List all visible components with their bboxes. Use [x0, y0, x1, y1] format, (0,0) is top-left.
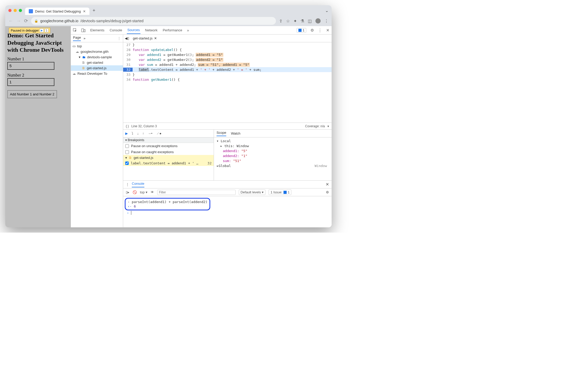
code-editor[interactable]: 27} 28function updateLabel() { 29 var ad…	[123, 42, 332, 123]
close-devtools-icon[interactable]: ✕	[326, 28, 330, 33]
tree-file-html[interactable]: 🗎get-started	[71, 60, 123, 65]
context-selector[interactable]: top ▾	[140, 190, 148, 194]
number2-input[interactable]	[7, 78, 54, 86]
scope-sum: sum: "51"	[214, 158, 332, 163]
more-tabs-icon[interactable]: »	[187, 28, 189, 32]
issues-badge[interactable]: 1	[297, 28, 306, 33]
breakpoints-header[interactable]: ▾ Breakpoints	[123, 137, 214, 143]
close-tab-icon[interactable]: ✕	[83, 9, 86, 13]
drawer-console-tab[interactable]: Console	[132, 182, 144, 187]
tree-top[interactable]: ▭top	[71, 43, 123, 49]
resume-button[interactable]: ▶	[125, 131, 128, 135]
step-icon[interactable]: →•	[148, 131, 152, 135]
issue-icon	[298, 29, 302, 32]
issues-count: 1	[303, 28, 304, 32]
lock-icon: 🔒	[34, 19, 38, 23]
bookmark-icon[interactable]: ☆	[286, 19, 290, 24]
editor-statusbar: { } Line 32, Column 3 Coverage: n/a ▾	[123, 123, 332, 129]
kebab-icon[interactable]: ⋮	[318, 28, 322, 33]
menu-icon[interactable]: ⋮	[324, 19, 328, 24]
close-file-icon[interactable]: ✕	[154, 36, 157, 40]
tab-console[interactable]: Console	[109, 27, 123, 34]
svg-rect-1	[82, 29, 84, 32]
browser-tab[interactable]: Demo: Get Started Debugging ✕	[25, 8, 89, 15]
devtools-panel: Elements Console Sources Network Perform…	[71, 26, 332, 227]
deactivate-breakpoints-icon[interactable]: ⟋●	[156, 131, 162, 135]
forward-button[interactable]: →	[16, 18, 21, 24]
tree-domain[interactable]: ☁googlechrome.gith	[71, 49, 123, 54]
sidepanel-icon[interactable]: ◫	[308, 19, 312, 24]
tree-react[interactable]: ☁React Developer To	[71, 71, 123, 76]
scope-local[interactable]: ▾ Local	[214, 139, 332, 143]
breakpoint-file-row[interactable]: ▾ 🗎 get-started.js	[123, 155, 214, 160]
coverage-menu-icon[interactable]: ▾	[327, 124, 329, 128]
log-levels-selector[interactable]: Default levels ▾	[239, 189, 266, 195]
navigator-menu-icon[interactable]: ⋮	[117, 36, 121, 40]
issues-pill[interactable]: 1 Issue: 1	[269, 189, 291, 195]
tab-network[interactable]: Network	[145, 27, 158, 34]
file-tab[interactable]: get-started.js ✕	[131, 35, 158, 41]
drawer-menu-icon[interactable]: ⋮	[126, 182, 129, 186]
scope-global[interactable]: ▸ GlobalWindow	[214, 163, 332, 168]
minimize-window-button[interactable]	[14, 9, 17, 12]
breakpoint-line-row[interactable]: label.textContent = addend1 + ' …32	[123, 160, 214, 166]
pause-caught-checkbox[interactable]	[125, 150, 129, 154]
tree-file-js[interactable]: 🗎get-started.js	[71, 65, 123, 71]
pretty-print-icon[interactable]: { }	[126, 124, 129, 128]
breakpoints-pane: ▶ ⤵ ↓ ↑ →• ⟋● ▾ Breakpoints Pause on unc…	[123, 130, 214, 180]
back-button[interactable]: ←	[8, 18, 13, 24]
console-prompt[interactable]: ›	[125, 210, 330, 215]
pause-caught-row[interactable]: Pause on caught exceptions	[123, 149, 214, 155]
reload-button[interactable]: ⟳	[24, 18, 28, 24]
navigator-more-icon[interactable]: »	[83, 36, 85, 40]
add-button[interactable]: Add Number 1 and Number 2	[7, 90, 57, 98]
labs-icon[interactable]: ⚗	[300, 19, 304, 24]
close-drawer-icon[interactable]: ✕	[326, 182, 329, 187]
live-expression-icon[interactable]: 👁	[151, 190, 154, 194]
toggle-nav-icon[interactable]: ◀▯	[125, 36, 129, 40]
console-filter-input[interactable]	[157, 190, 236, 195]
step-out-icon[interactable]: ↑	[143, 131, 144, 135]
pause-uncaught-row[interactable]: Pause on uncaught exceptions	[123, 143, 214, 149]
console-settings-icon[interactable]: ⚙	[326, 190, 329, 194]
extensions-icon[interactable]: ✦	[293, 19, 297, 24]
new-tab-button[interactable]: +	[93, 8, 95, 13]
sidebar-toggle-icon[interactable]: ▯▸	[126, 190, 129, 194]
scope-tab[interactable]: Scope	[217, 131, 226, 136]
scope-this[interactable]: ▸ this: Window	[214, 143, 332, 148]
settings-icon[interactable]: ⚙	[310, 28, 314, 33]
tab-elements[interactable]: Elements	[90, 27, 105, 34]
text-cursor	[131, 211, 131, 215]
watch-tab[interactable]: Watch	[231, 131, 240, 135]
pause-uncaught-checkbox[interactable]	[125, 144, 129, 148]
js-file-icon: 🗎	[82, 66, 85, 70]
resume-icon[interactable]: ▶	[40, 28, 44, 32]
breakpoint-checkbox[interactable]	[125, 162, 129, 165]
highlighted-result: ›parseInt(addend1) + parseInt(addend2) ‹…	[125, 198, 210, 210]
tab-sources[interactable]: Sources	[127, 26, 140, 34]
profile-avatar[interactable]	[315, 18, 321, 24]
step-into-icon[interactable]: ↓	[137, 131, 139, 135]
number1-input[interactable]	[7, 62, 54, 70]
step-over-icon[interactable]: ⤵	[132, 131, 133, 135]
device-icon[interactable]	[81, 28, 86, 32]
url-input[interactable]: 🔒 googlechrome.github.io/devtools-sample…	[31, 17, 276, 25]
share-icon[interactable]: ⇪	[279, 19, 282, 24]
clear-console-icon[interactable]: 🚫	[133, 190, 137, 194]
tree-folder[interactable]: ▾🖿devtools-sample	[71, 54, 123, 60]
inspect-icon[interactable]	[73, 28, 77, 32]
scope-pane: Scope Watch ▾ Local ▸ this: Window adden…	[214, 130, 332, 180]
console-result: 6	[134, 204, 136, 208]
prompt-icon: ›	[127, 211, 129, 215]
tab-performance[interactable]: Performance	[162, 27, 183, 34]
close-window-button[interactable]	[8, 9, 12, 12]
step-icon[interactable]: ⤵	[45, 28, 48, 32]
issue-icon	[284, 191, 287, 194]
maximize-window-button[interactable]	[19, 9, 22, 12]
file-icon: 🗎	[82, 61, 85, 65]
devtools-tabs: Elements Console Sources Network Perform…	[71, 26, 332, 34]
tabs-menu-icon[interactable]: ⌄	[325, 8, 328, 13]
console-output[interactable]: ›parseInt(addend1) + parseInt(addend2) ‹…	[123, 196, 332, 227]
console-input-echo: parseInt(addend1) + parseInt(addend2)	[132, 200, 208, 204]
navigator-page-tab[interactable]: Page	[73, 36, 81, 41]
